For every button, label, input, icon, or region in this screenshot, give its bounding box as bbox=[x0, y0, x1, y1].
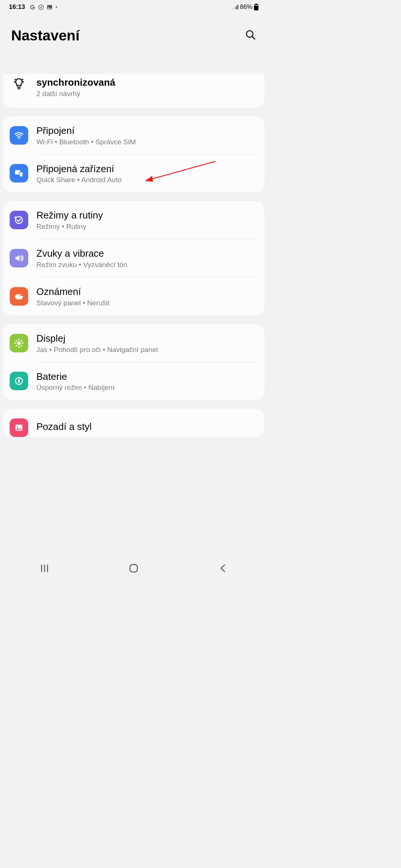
row-title: Displej bbox=[36, 332, 258, 345]
suggestion-sub: 2 další návrhy bbox=[36, 90, 258, 98]
battery-setting-icon bbox=[10, 372, 28, 390]
row-sub: Režimy • Rutiny bbox=[36, 223, 258, 231]
row-title: Připojení bbox=[36, 125, 258, 137]
suggestion-content: synchronizovaná 2 další návrhy bbox=[36, 76, 258, 98]
suggestion-title: synchronizovaná bbox=[36, 76, 258, 89]
sound-icon bbox=[10, 249, 28, 267]
status-notif-icons bbox=[29, 4, 57, 10]
svg-point-35 bbox=[17, 426, 19, 428]
row-battery[interactable]: Baterie Úsporný režim • Nabíjení bbox=[3, 362, 264, 400]
routines-icon bbox=[10, 211, 28, 229]
page-title: Nastavení bbox=[11, 27, 79, 44]
recents-icon bbox=[39, 564, 50, 573]
dot-icon bbox=[56, 6, 57, 8]
notifications-icon bbox=[10, 287, 28, 306]
row-sub: Stavový panel • Nerušit bbox=[36, 299, 258, 307]
svg-point-16 bbox=[18, 138, 20, 139]
svg-rect-33 bbox=[19, 379, 19, 379]
google-icon bbox=[29, 4, 36, 10]
group-modes: Režimy a rutiny Režimy • Rutiny Zvuky a … bbox=[3, 201, 264, 315]
svg-line-11 bbox=[252, 36, 255, 39]
nav-back-button[interactable] bbox=[208, 563, 238, 573]
row-sub: Úsporný režim • Nabíjení bbox=[36, 384, 258, 392]
status-left: 16:13 bbox=[9, 3, 57, 11]
navigation-bar bbox=[0, 558, 267, 579]
row-wallpaper[interactable]: Pozadí a styl bbox=[3, 409, 264, 437]
battery-pct: 86% bbox=[240, 3, 252, 11]
home-icon bbox=[129, 563, 138, 573]
svg-line-15 bbox=[22, 79, 23, 80]
row-display[interactable]: Displej Jas • Pohodlí pro oči • Navigačn… bbox=[3, 324, 264, 362]
row-modes-routines[interactable]: Režimy a rutiny Režimy • Rutiny bbox=[3, 201, 264, 239]
devices-icon bbox=[10, 164, 28, 183]
status-time: 16:13 bbox=[9, 3, 25, 11]
search-button[interactable] bbox=[245, 29, 256, 42]
nav-home-button[interactable] bbox=[119, 563, 149, 573]
signal-icon bbox=[232, 4, 238, 10]
battery-icon bbox=[254, 4, 258, 10]
svg-line-29 bbox=[16, 345, 17, 346]
svg-point-0 bbox=[39, 5, 44, 10]
settings-header: Nastavení bbox=[0, 13, 267, 53]
group-display: Displej Jas • Pohodlí pro oči • Navigačn… bbox=[3, 324, 264, 400]
row-title: Pozadí a styl bbox=[36, 421, 258, 433]
wallpaper-icon bbox=[10, 418, 28, 437]
svg-line-28 bbox=[21, 345, 22, 346]
row-sounds[interactable]: Zvuky a vibrace Režim zvuku • Vyzváněcí … bbox=[3, 239, 264, 277]
svg-rect-7 bbox=[255, 4, 257, 4]
display-icon bbox=[10, 334, 28, 352]
svg-line-30 bbox=[21, 340, 22, 341]
svg-rect-4 bbox=[234, 7, 235, 9]
settings-scroll[interactable]: synchronizovaná 2 další návrhy Připojení… bbox=[0, 74, 267, 558]
nav-recents-button[interactable] bbox=[30, 564, 59, 573]
row-sub: Jas • Pohodlí pro oči • Navigační panel bbox=[36, 346, 258, 354]
svg-point-21 bbox=[20, 295, 22, 296]
group-connections: Připojení Wi-Fi • Bluetooth • Správce SI… bbox=[3, 116, 264, 193]
row-sub: Režim zvuku • Vyzváněcí tón bbox=[36, 261, 258, 269]
suggestion-card[interactable]: synchronizovaná 2 další návrhy bbox=[3, 74, 264, 108]
row-connected-devices[interactable]: Připojená zařízení Quick Share • Android… bbox=[3, 155, 264, 193]
svg-line-14 bbox=[15, 79, 16, 80]
back-icon bbox=[219, 563, 226, 573]
row-notifications[interactable]: Oznámení Stavový panel • Nerušit bbox=[3, 277, 264, 315]
row-sub: Wi-Fi • Bluetooth • Správce SIM bbox=[36, 138, 258, 146]
search-icon bbox=[245, 29, 256, 40]
check-circle-icon bbox=[38, 4, 44, 10]
row-title: Připojená zařízení bbox=[36, 163, 258, 175]
row-connections[interactable]: Připojení Wi-Fi • Bluetooth • Správce SI… bbox=[3, 116, 264, 154]
row-title: Oznámení bbox=[36, 286, 258, 298]
svg-line-27 bbox=[16, 340, 17, 341]
group-wallpaper: Pozadí a styl bbox=[3, 409, 264, 437]
image-icon bbox=[46, 4, 53, 10]
row-title: Režimy a rutiny bbox=[36, 209, 258, 222]
svg-point-22 bbox=[17, 341, 20, 345]
wifi-icon bbox=[10, 126, 28, 145]
svg-rect-6 bbox=[237, 5, 238, 9]
status-right: 86% bbox=[232, 3, 258, 11]
status-bar: 16:13 86% bbox=[0, 0, 267, 13]
row-sub: Quick Share • Android Auto bbox=[36, 176, 258, 184]
svg-rect-5 bbox=[236, 6, 237, 9]
suggestion-row[interactable]: synchronizovaná 2 další návrhy bbox=[3, 74, 264, 108]
svg-point-2 bbox=[48, 6, 49, 7]
svg-rect-9 bbox=[255, 5, 258, 6]
lightbulb-icon bbox=[10, 77, 28, 90]
svg-rect-32 bbox=[18, 379, 20, 383]
row-title: Zvuky a vibrace bbox=[36, 247, 258, 260]
svg-rect-41 bbox=[130, 565, 137, 572]
svg-rect-18 bbox=[19, 172, 23, 177]
row-title: Baterie bbox=[36, 371, 258, 383]
svg-rect-3 bbox=[232, 8, 234, 10]
